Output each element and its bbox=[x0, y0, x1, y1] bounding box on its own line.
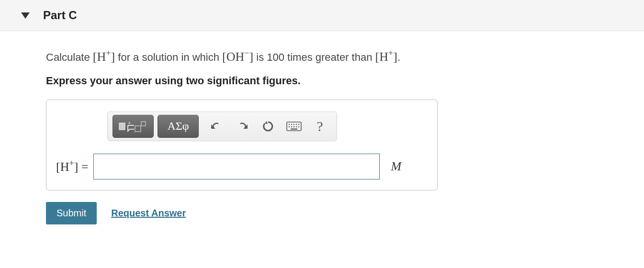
answer-row: [H+] = M bbox=[56, 154, 428, 179]
species-h-plus-1: [H+] bbox=[93, 50, 115, 64]
redo-icon bbox=[236, 121, 249, 132]
keyboard-button[interactable] bbox=[282, 122, 306, 131]
submit-button[interactable]: Submit bbox=[46, 202, 97, 224]
svg-text:x: x bbox=[128, 120, 131, 125]
svg-point-12 bbox=[291, 126, 292, 127]
svg-point-15 bbox=[298, 126, 299, 127]
equation-toolbar: x ΑΣφ bbox=[107, 112, 337, 141]
answer-box: x ΑΣφ bbox=[46, 100, 438, 190]
svg-point-6 bbox=[289, 123, 290, 124]
undo-icon bbox=[210, 121, 223, 132]
svg-point-9 bbox=[296, 123, 297, 124]
question-text: Calculate [H+] for a solution in which [… bbox=[46, 48, 527, 64]
answer-unit: M bbox=[391, 159, 402, 174]
svg-rect-16 bbox=[291, 128, 297, 129]
svg-rect-3 bbox=[135, 126, 141, 132]
part-title: Part C bbox=[43, 9, 77, 22]
answer-label: [H+] = bbox=[56, 158, 89, 174]
keyboard-icon bbox=[286, 122, 302, 131]
math-templates-icon: x bbox=[118, 119, 148, 134]
svg-point-8 bbox=[294, 123, 294, 124]
instruction-text: Express your answer using two significan… bbox=[46, 75, 527, 87]
answer-input[interactable] bbox=[93, 154, 380, 179]
svg-point-13 bbox=[294, 126, 294, 127]
svg-point-10 bbox=[298, 123, 299, 124]
species-oh-minus: [OH−] bbox=[222, 50, 253, 64]
question-end: . bbox=[397, 51, 400, 63]
button-row: Submit Request Answer bbox=[46, 202, 527, 224]
svg-point-11 bbox=[289, 126, 290, 127]
part-header[interactable]: Part C bbox=[0, 0, 644, 31]
content-area: Calculate [H+] for a solution in which [… bbox=[0, 31, 527, 224]
greek-symbols-button[interactable]: ΑΣφ bbox=[158, 115, 199, 138]
greek-label: ΑΣφ bbox=[167, 120, 189, 133]
math-templates-button[interactable]: x bbox=[113, 115, 154, 138]
species-h-plus-2: [H+] bbox=[375, 50, 397, 64]
reset-button[interactable] bbox=[256, 120, 280, 133]
undo-button[interactable] bbox=[204, 121, 228, 132]
redo-button[interactable] bbox=[230, 121, 254, 132]
caret-down-icon bbox=[21, 12, 30, 19]
question-mid1: for a solution in which bbox=[115, 51, 222, 63]
question-mid2: is 100 times greater than bbox=[253, 51, 375, 63]
request-answer-link[interactable]: Request Answer bbox=[111, 208, 186, 219]
help-button[interactable]: ? bbox=[308, 118, 332, 134]
question-pre: Calculate bbox=[46, 51, 93, 63]
svg-point-7 bbox=[291, 123, 292, 124]
svg-rect-4 bbox=[141, 122, 146, 126]
svg-rect-0 bbox=[119, 123, 125, 130]
svg-point-14 bbox=[296, 126, 297, 127]
help-label: ? bbox=[316, 118, 323, 134]
reset-icon bbox=[261, 120, 275, 133]
